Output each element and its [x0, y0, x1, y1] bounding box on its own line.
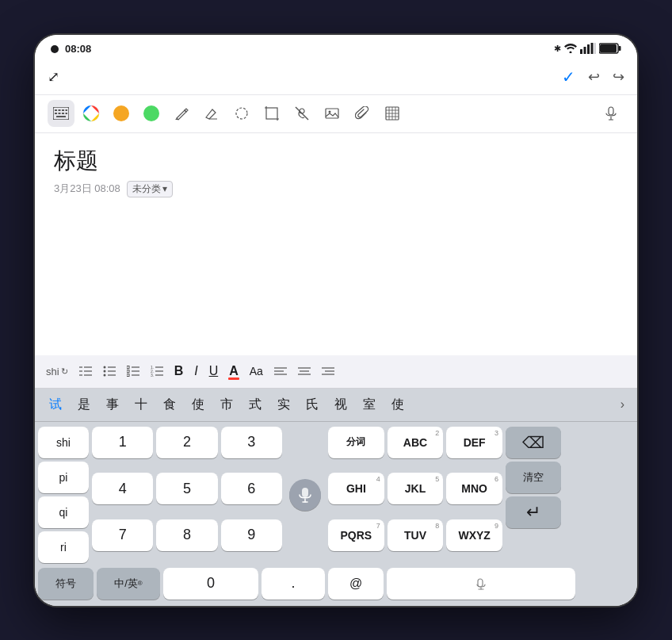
yellow-circle-tool[interactable]: [108, 100, 135, 127]
align-right-btn[interactable]: [317, 363, 339, 379]
delete-key[interactable]: ⌫: [506, 427, 561, 458]
space-key[interactable]: [387, 568, 575, 600]
note-meta: 3月23日 08:08 未分类 ▾: [54, 181, 618, 197]
svg-rect-1: [584, 47, 586, 54]
key-ghi[interactable]: 4 GHI: [328, 473, 384, 504]
action-column: ⌫ 清空 ↵: [506, 427, 561, 563]
list-style-1[interactable]: [74, 362, 97, 380]
no-touch-tool[interactable]: [288, 100, 315, 127]
candidate-3[interactable]: 十: [127, 393, 155, 416]
crop-tool[interactable]: [258, 100, 285, 127]
key-3[interactable]: 3: [221, 427, 282, 458]
undo-icon[interactable]: ↩: [588, 68, 600, 86]
key-tuv[interactable]: 8 TUV: [388, 519, 444, 551]
green-circle-tool[interactable]: [138, 100, 165, 127]
lang-key[interactable]: 中/英®: [97, 568, 160, 600]
candidate-1[interactable]: 是: [70, 393, 98, 416]
time: 08:08: [65, 43, 91, 55]
voice-input-btn[interactable]: [289, 479, 321, 511]
signal-icon: [580, 43, 596, 56]
enter-key[interactable]: ↵: [506, 496, 561, 528]
svg-point-46: [103, 370, 105, 373]
svg-rect-2: [587, 44, 590, 54]
check-icon[interactable]: ✓: [562, 67, 575, 86]
font-size-btn[interactable]: Aa: [245, 362, 268, 381]
mic-column: [285, 427, 325, 563]
key-1[interactable]: 1: [92, 427, 153, 458]
key-pqrs[interactable]: 7 PQRS: [328, 519, 384, 551]
svg-rect-6: [600, 44, 617, 52]
svg-rect-27: [326, 109, 338, 118]
list-style-4[interactable]: 1. 2. 3.: [146, 362, 168, 380]
keyboard-tool[interactable]: [48, 100, 74, 127]
status-right: ✱: [554, 43, 621, 56]
key-2[interactable]: 2: [156, 427, 217, 458]
svg-rect-9: [55, 109, 57, 111]
list-style-3[interactable]: [122, 362, 144, 380]
pinyin-indicator: shi ↻: [41, 362, 73, 381]
attach-tool[interactable]: [349, 100, 376, 127]
candidate-2[interactable]: 事: [98, 393, 127, 416]
drawing-toolbar: [35, 95, 637, 133]
symbol-key[interactable]: 符号: [38, 568, 94, 600]
candidate-10[interactable]: 视: [326, 393, 355, 416]
key-dot[interactable]: .: [262, 568, 325, 600]
list-style-2[interactable]: [98, 362, 120, 380]
key-8[interactable]: 8: [156, 519, 217, 551]
cycle-icon: ↻: [61, 366, 68, 377]
shrink-icon[interactable]: ⤢: [48, 68, 59, 86]
pencil-tool[interactable]: [168, 100, 195, 127]
candidate-7[interactable]: 式: [241, 393, 269, 416]
svg-rect-11: [62, 109, 64, 111]
key-5[interactable]: 5: [156, 473, 217, 504]
note-category[interactable]: 未分类 ▾: [127, 181, 173, 197]
key-6[interactable]: 6: [221, 473, 282, 504]
key-wxyz[interactable]: 9 WXYZ: [446, 519, 502, 551]
candidate-8[interactable]: 实: [269, 393, 298, 416]
candidate-12[interactable]: 使: [384, 393, 412, 416]
note-title[interactable]: 标题: [54, 146, 618, 176]
candidate-11[interactable]: 室: [355, 393, 384, 416]
key-9[interactable]: 9: [221, 519, 282, 551]
candidate-5[interactable]: 使: [184, 393, 212, 416]
candidate-4[interactable]: 食: [155, 393, 184, 416]
lasso-tool[interactable]: [228, 100, 255, 127]
align-center-btn[interactable]: [293, 363, 315, 379]
svg-rect-52: [127, 370, 129, 373]
candidate-9[interactable]: 氏: [298, 393, 326, 416]
underline-btn[interactable]: U: [204, 361, 223, 381]
key-abc[interactable]: 2 ABC: [388, 427, 444, 458]
candidate-0[interactable]: 试: [41, 393, 70, 416]
candidate-6[interactable]: 市: [212, 393, 241, 416]
key-mno[interactable]: 6 MNO: [446, 473, 502, 504]
candidate-more[interactable]: ›: [614, 394, 631, 415]
clear-key[interactable]: 清空: [506, 462, 561, 493]
svg-rect-16: [66, 113, 68, 114]
bold-btn[interactable]: B: [170, 361, 189, 381]
key-at[interactable]: @: [328, 568, 384, 600]
svg-rect-15: [62, 113, 64, 114]
status-left: 08:08: [51, 43, 91, 55]
pinyin-shi[interactable]: shi: [38, 427, 89, 458]
svg-rect-13: [55, 113, 57, 114]
key-7[interactable]: 7: [92, 519, 153, 551]
mic-tool[interactable]: [598, 100, 624, 127]
key-def[interactable]: 3 DEF: [446, 427, 502, 458]
eraser-tool[interactable]: [198, 100, 225, 127]
pinyin-qi[interactable]: qi: [38, 496, 89, 528]
key-4[interactable]: 4: [92, 473, 153, 504]
candidate-bar: 试 是 事 十 食 使 市 式 实 氏 视 室 使 ›: [35, 389, 637, 422]
font-color-btn[interactable]: A: [224, 361, 243, 381]
align-left-btn[interactable]: [269, 363, 292, 379]
texture-tool[interactable]: [379, 100, 406, 127]
key-jkl[interactable]: 5 JKL: [388, 473, 444, 504]
pinyin-pi[interactable]: pi: [38, 462, 89, 493]
color-wheel-tool[interactable]: [78, 100, 105, 127]
image-tool[interactable]: [319, 100, 346, 127]
key-fenchi[interactable]: 分词: [328, 427, 384, 458]
redo-icon[interactable]: ↪: [613, 68, 624, 86]
svg-rect-3: [591, 43, 594, 54]
italic-btn[interactable]: I: [189, 361, 202, 381]
key-zero[interactable]: 0: [163, 568, 258, 600]
pinyin-ri[interactable]: ri: [38, 531, 89, 563]
